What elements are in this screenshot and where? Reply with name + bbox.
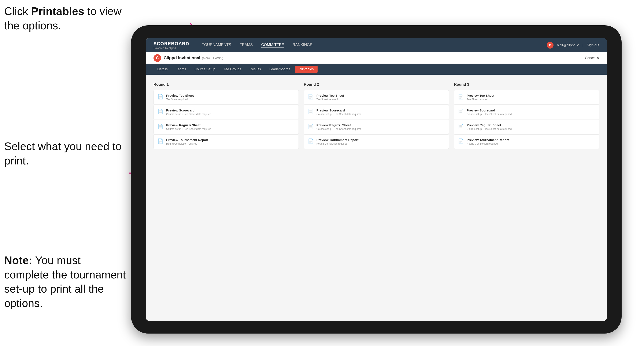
scorecard-sub: Course setup + Tee Sheet data required [166, 113, 211, 116]
tee-sheet-icon: 📄 [158, 94, 163, 100]
nav-teams[interactable]: TEAMS [240, 43, 253, 48]
round-1-tournament-report[interactable]: 📄 Preview Tournament Report Round Comple… [154, 135, 299, 149]
tournament-report-icon: 📄 [158, 139, 163, 144]
r3-tournament-report-info: Preview Tournament Report Round Completi… [466, 138, 509, 145]
round-1-raguzzi[interactable]: 📄 Preview Raguzzi Sheet Course setup + T… [154, 120, 299, 134]
rounds-grid: Round 1 📄 Preview Tee Sheet Tee Sheet re… [154, 82, 599, 149]
annotation-middle: Select what you need to print. [4, 139, 123, 168]
round-1-section: Round 1 📄 Preview Tee Sheet Tee Sheet re… [154, 82, 299, 149]
tablet-screen: SCOREBOARD Powered by clippd TOURNAMENTS… [146, 38, 607, 321]
scorecard-title: Preview Scorecard [166, 109, 211, 112]
tab-leaderboards[interactable]: Leaderboards [266, 66, 294, 73]
tee-sheet-info: Preview Tee Sheet Tee Sheet required [166, 94, 194, 101]
r3-raguzzi-sub: Course setup + Tee Sheet data required [466, 128, 512, 131]
round-1-tee-sheet[interactable]: 📄 Preview Tee Sheet Tee Sheet required [154, 90, 299, 105]
round-2-cards: 📄 Preview Tee Sheet Tee Sheet required 📄… [304, 90, 449, 149]
r2-tournament-report-icon: 📄 [308, 139, 314, 144]
round-2-section: Round 2 📄 Preview Tee Sheet Tee Sheet re… [304, 82, 449, 149]
round-2-label: Round 2 [304, 82, 449, 87]
tab-teams[interactable]: Teams [172, 66, 190, 73]
scoreboard-logo: SCOREBOARD Powered by clippd [154, 41, 189, 50]
r3-raguzzi-icon: 📄 [458, 124, 464, 129]
round-2-tournament-report[interactable]: 📄 Preview Tournament Report Round Comple… [304, 135, 449, 149]
r2-raguzzi-title: Preview Raguzzi Sheet [316, 123, 362, 127]
round-2-tee-sheet[interactable]: 📄 Preview Tee Sheet Tee Sheet required [304, 90, 449, 105]
sign-out-link[interactable]: Sign out [587, 43, 599, 47]
r3-tee-sheet-title: Preview Tee Sheet [466, 94, 494, 97]
r3-raguzzi-title: Preview Raguzzi Sheet [466, 123, 512, 127]
annotation-bottom: Note: You must complete the tournament s… [4, 253, 127, 310]
round-3-scorecard[interactable]: 📄 Preview Scorecard Course setup + Tee S… [454, 105, 599, 119]
r3-scorecard-title: Preview Scorecard [466, 109, 512, 112]
round-3-cards: 📄 Preview Tee Sheet Tee Sheet required 📄… [454, 90, 599, 149]
tournament-bar: C Clippd Invitational (Men) Hosting Canc… [146, 52, 607, 64]
round-3-tournament-report[interactable]: 📄 Preview Tournament Report Round Comple… [454, 135, 599, 149]
scoreboard-sub: Powered by clippd [154, 46, 189, 50]
r2-scorecard-icon: 📄 [308, 109, 314, 114]
r2-scorecard-title: Preview Scorecard [316, 109, 362, 112]
r3-tee-sheet-icon: 📄 [458, 94, 464, 100]
tournament-hosting: Hosting [213, 56, 223, 60]
r3-tee-sheet-info: Preview Tee Sheet Tee Sheet required [466, 94, 494, 101]
nav-rankings[interactable]: RANKINGS [292, 43, 312, 48]
round-1-label: Round 1 [154, 82, 299, 87]
nav-tournaments[interactable]: TOURNAMENTS [202, 43, 231, 48]
user-email: blair@clippd.io [557, 43, 579, 47]
user-avatar: B [547, 42, 554, 48]
r3-scorecard-sub: Course setup + Tee Sheet data required [466, 113, 512, 116]
round-3-label: Round 3 [454, 82, 599, 87]
round-2-raguzzi[interactable]: 📄 Preview Raguzzi Sheet Course setup + T… [304, 120, 449, 134]
tab-tee-groups[interactable]: Tee Groups [220, 66, 245, 73]
tablet-frame: SCOREBOARD Powered by clippd TOURNAMENTS… [131, 25, 622, 334]
raguzzi-icon: 📄 [158, 124, 163, 129]
scoreboard-title: SCOREBOARD [154, 41, 189, 46]
tab-course-setup[interactable]: Course Setup [191, 66, 219, 73]
tab-printables[interactable]: Printables [295, 66, 318, 73]
r2-raguzzi-icon: 📄 [308, 124, 314, 129]
tee-sheet-sub: Tee Sheet required [166, 98, 194, 101]
nav-committee[interactable]: COMMITTEE [261, 43, 284, 48]
r3-scorecard-info: Preview Scorecard Course setup + Tee She… [466, 109, 512, 116]
r2-tournament-report-info: Preview Tournament Report Round Completi… [316, 138, 358, 145]
nav-links: TOURNAMENTS TEAMS COMMITTEE RANKINGS [202, 43, 547, 48]
r2-raguzzi-sub: Course setup + Tee Sheet data required [316, 128, 362, 131]
tournament-report-info: Preview Tournament Report Round Completi… [166, 138, 208, 145]
round-1-scorecard[interactable]: 📄 Preview Scorecard Course setup + Tee S… [154, 105, 299, 119]
tournament-tag: (Men) [202, 56, 210, 60]
r3-tee-sheet-sub: Tee Sheet required [466, 98, 494, 101]
annotation-top: Click Printables to view the options. [4, 4, 127, 33]
round-3-raguzzi[interactable]: 📄 Preview Raguzzi Sheet Course setup + T… [454, 120, 599, 134]
main-content: Round 1 📄 Preview Tee Sheet Tee Sheet re… [146, 75, 607, 321]
tournament-name: Clippd Invitational [164, 55, 200, 60]
r2-tournament-report-title: Preview Tournament Report [316, 138, 358, 142]
sub-nav: Details Teams Course Setup Tee Groups Re… [146, 64, 607, 75]
tournament-report-sub: Round Completion required [166, 142, 208, 145]
cancel-button[interactable]: Cancel ✕ [585, 56, 599, 60]
scorecard-info: Preview Scorecard Course setup + Tee She… [166, 109, 211, 116]
round-3-section: Round 3 📄 Preview Tee Sheet Tee Sheet re… [454, 82, 599, 149]
r2-tee-sheet-sub: Tee Sheet required [316, 98, 344, 101]
r2-tee-sheet-info: Preview Tee Sheet Tee Sheet required [316, 94, 344, 101]
tournament-report-title: Preview Tournament Report [166, 138, 208, 142]
round-3-tee-sheet[interactable]: 📄 Preview Tee Sheet Tee Sheet required [454, 90, 599, 105]
tab-details[interactable]: Details [154, 66, 172, 73]
tournament-logo: C [154, 54, 161, 62]
raguzzi-info: Preview Raguzzi Sheet Course setup + Tee… [166, 123, 211, 131]
r2-tee-sheet-icon: 📄 [308, 94, 314, 100]
raguzzi-sub: Course setup + Tee Sheet data required [166, 128, 211, 131]
r2-scorecard-info: Preview Scorecard Course setup + Tee She… [316, 109, 362, 116]
r2-tournament-report-sub: Round Completion required [316, 142, 358, 145]
round-2-scorecard[interactable]: 📄 Preview Scorecard Course setup + Tee S… [304, 105, 449, 119]
raguzzi-title: Preview Raguzzi Sheet [166, 123, 211, 127]
r2-scorecard-sub: Course setup + Tee Sheet data required [316, 113, 362, 116]
printables-bold: Printables [31, 5, 84, 17]
round-1-cards: 📄 Preview Tee Sheet Tee Sheet required 📄… [154, 90, 299, 149]
tab-results[interactable]: Results [246, 66, 265, 73]
r3-raguzzi-info: Preview Raguzzi Sheet Course setup + Tee… [466, 123, 512, 131]
r3-tournament-report-title: Preview Tournament Report [466, 138, 509, 142]
nav-user: B blair@clippd.io | Sign out [547, 42, 599, 48]
r2-raguzzi-info: Preview Raguzzi Sheet Course setup + Tee… [316, 123, 362, 131]
r3-tournament-report-sub: Round Completion required [466, 142, 509, 145]
tee-sheet-title: Preview Tee Sheet [166, 94, 194, 97]
top-nav: SCOREBOARD Powered by clippd TOURNAMENTS… [146, 38, 607, 52]
